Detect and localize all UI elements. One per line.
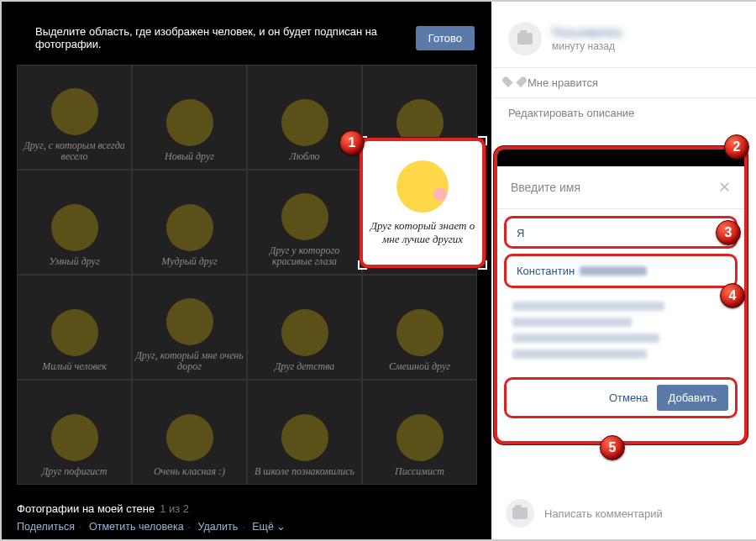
more-link[interactable]: Ещё (252, 521, 274, 533)
heart-icon (508, 77, 521, 88)
annotation-badge-1: 1 (339, 130, 365, 155)
annotation-badge-2: 2 (724, 134, 749, 160)
cell-label: Писсимист (395, 466, 444, 477)
done-button[interactable]: Готово (416, 26, 475, 50)
annotation-badge-3: 3 (716, 220, 741, 245)
suggestion-friend[interactable]: Константин (504, 254, 738, 288)
delete-link[interactable]: Удалить (198, 521, 239, 533)
cell-label: Умный друг (49, 256, 99, 267)
tag-person-link[interactable]: Отметить человека (89, 521, 184, 533)
cell-label: В школе познакомились (255, 466, 354, 477)
like-label: Мне нравится (528, 76, 598, 89)
comment-avatar (506, 499, 534, 528)
photo-viewer: Выделите область, где изображен человек,… (2, 2, 491, 539)
tag-panel: ✕ Я Константин Отмена Добавить (494, 146, 748, 444)
selection-caption: Друг который знает о мне лучше других (368, 219, 477, 245)
camera-icon (512, 507, 528, 519)
name-input[interactable] (511, 181, 709, 194)
annotation-badge-4: 4 (720, 283, 745, 308)
comment-input[interactable]: Написать комментарий (544, 507, 663, 520)
tag-instruction: Выделите область, где изображен человек,… (35, 25, 406, 50)
photo-area[interactable]: Друг, с которым всегда весело Новый друг… (17, 65, 477, 485)
photo-actions: Поделиться· Отметить человека· Удалить· … (17, 520, 476, 533)
cell-label: Очень класная :) (154, 466, 225, 477)
album-title: Фотографии на моей стене1 из 2 (17, 502, 476, 515)
cell-label: Люблю (290, 151, 320, 162)
cell-label: Милый человек (42, 361, 107, 372)
cell-label: Друг пофигист (42, 466, 108, 477)
add-button[interactable]: Добавить (657, 385, 728, 411)
post-time: минуту назад (552, 40, 622, 52)
cell-label: Мудрый друг (161, 256, 217, 267)
cell-label: Друг детства (275, 361, 335, 372)
cell-label: Друг, который мне очень дорог (134, 350, 244, 372)
annotation-badge-5: 5 (600, 435, 625, 460)
resize-handle-bl[interactable] (358, 260, 367, 270)
user-name[interactable]: Пользователь (552, 26, 622, 39)
suggestion-list[interactable] (497, 292, 744, 374)
cell-label: Смешной друг (389, 361, 450, 372)
close-icon[interactable]: ✕ (718, 178, 731, 197)
cancel-button[interactable]: Отмена (609, 391, 648, 404)
avatar[interactable] (508, 22, 542, 55)
like-button[interactable]: Мне нравится (491, 67, 756, 98)
share-link[interactable]: Поделиться (17, 521, 75, 533)
selection-box[interactable]: Друг который знает о мне лучше других (360, 138, 486, 268)
cell-label: Новый друг (165, 151, 214, 162)
album-count: 1 из 2 (160, 502, 189, 515)
emoji-icon (396, 160, 449, 213)
suggestion-self[interactable]: Я (504, 216, 738, 249)
cell-label: Друг у которого красивые глаза (249, 245, 360, 267)
edit-description[interactable]: Редактировать описание (491, 98, 756, 119)
resize-handle-br[interactable] (478, 260, 487, 270)
resize-handle-tr[interactable] (478, 136, 487, 145)
camera-icon (517, 33, 533, 45)
cell-label: Друг, с которым всегда весело (19, 140, 129, 162)
